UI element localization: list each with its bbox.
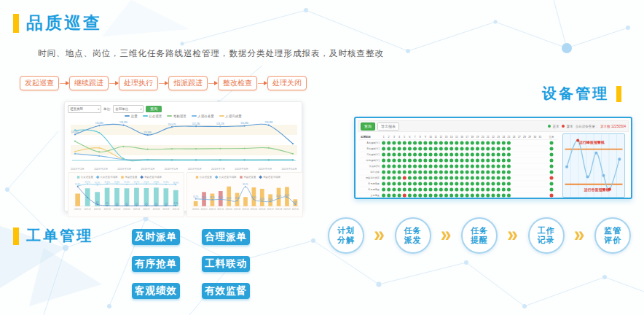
- dashboard-filter-bar: 巡查类型▾ 单位: 全部单位▾ 查询: [68, 104, 299, 113]
- svg-text:考勤巡查完成率: 考勤巡查完成率: [144, 175, 162, 179]
- quality-subtitle: 时间、地点、岗位，三维化任务路线巡检管理，数据分类处理形成报表，及时核查整改: [38, 48, 384, 59]
- svg-text:23: 23: [497, 136, 500, 139]
- svg-text:2019-04: 2019-04: [242, 208, 249, 211]
- workflow-step: 整改检查: [218, 76, 257, 90]
- device-toolbar: 查询 导出报表 正常 异常 当前设备告警： 异常数 12250504: [358, 120, 629, 132]
- device-alert-label: 当前设备告警：: [576, 125, 599, 128]
- x-tick-label: 2019年1月: [71, 167, 85, 171]
- svg-text:2.1%: 2.1%: [173, 202, 178, 205]
- monthly-bar-chart-right: 公众巡查量公众巡查完成率考勤巡查量考勤巡查完成率2018-102018-1120…: [186, 172, 303, 217]
- svg-text:158,280: 158,280: [119, 121, 127, 124]
- process-step-line2: 记录: [538, 236, 555, 245]
- svg-text:1: 1: [383, 136, 385, 139]
- svg-text:97.8%: 97.8%: [154, 181, 160, 184]
- svg-text:2019-05: 2019-05: [123, 208, 130, 211]
- svg-text:2019-01: 2019-01: [217, 208, 224, 211]
- svg-text:9: 9: [425, 136, 426, 139]
- x-tick-label: 2019年3月: [117, 167, 131, 171]
- legend-item: 人巡任务量: [192, 114, 214, 118]
- x-tick-label: 2019年7月: [211, 167, 225, 171]
- x-tick-label: 2019年4月: [141, 167, 155, 171]
- workorder-feature-button[interactable]: 合理派单: [202, 229, 250, 245]
- device-status-panel: 查询 导出报表 正常 异常 当前设备告警： 异常数 12250504 监测明细1…: [354, 117, 632, 199]
- svg-text:运行功率: 运行功率: [370, 171, 380, 174]
- svg-text:97.6%: 97.6%: [104, 181, 110, 184]
- process-flow: 计划分解»任务派发»任务提醒»工作记录»监管评价: [328, 217, 631, 254]
- x-tick-label: 2019年9月: [258, 167, 272, 171]
- svg-text:28.1%: 28.1%: [210, 196, 216, 199]
- svg-text:7: 7: [415, 136, 416, 139]
- svg-text:2019-06: 2019-06: [259, 208, 266, 211]
- svg-text:2019-03: 2019-03: [234, 208, 241, 211]
- trend-chart-xaxis: 2019年1月2019年2月2019年3月2019年4月2019年5月2019年…: [68, 167, 299, 171]
- monthly-bar-chart-left: 公众巡查量公众巡查完成率考勤巡查量考勤巡查完成率2018-122019-0120…: [68, 172, 184, 217]
- svg-text:2019-06: 2019-06: [133, 208, 141, 211]
- workorder-feature-button[interactable]: 及时派单: [132, 229, 180, 245]
- svg-text:28: 28: [523, 136, 526, 139]
- workorder-feature-button[interactable]: 有效监督: [202, 283, 250, 299]
- workflow-arrow: [208, 83, 217, 84]
- svg-text:2019-08: 2019-08: [153, 208, 160, 211]
- svg-text:考勤巡查量: 考勤巡查量: [125, 175, 138, 179]
- svg-text:2019-01: 2019-01: [84, 208, 91, 211]
- svg-text:2019-02: 2019-02: [94, 208, 101, 211]
- legend-marker: [167, 115, 172, 117]
- svg-text:30.2%: 30.2%: [193, 195, 199, 198]
- svg-text:2019-03: 2019-03: [103, 208, 111, 211]
- quality-title-accent-bar: [13, 14, 19, 33]
- patrol-trend-chart: 115,862155,880158,280113,880150,070152,2…: [68, 119, 300, 164]
- process-step-line1: 任务: [471, 226, 488, 236]
- process-step-line2: 评价: [604, 236, 621, 245]
- svg-text:公众巡查完成率: 公众巡查完成率: [219, 175, 237, 179]
- process-step-circle: 任务提醒: [461, 217, 498, 254]
- chevron-down-icon: ▾: [98, 107, 99, 111]
- svg-text:负载率(%): 负载率(%): [369, 165, 380, 168]
- svg-text:2019-07: 2019-07: [267, 208, 274, 211]
- svg-text:97.4%: 97.4%: [114, 181, 120, 184]
- unit-select[interactable]: 全部单位▾: [113, 105, 144, 113]
- svg-text:2019-07: 2019-07: [143, 208, 150, 211]
- svg-text:公众巡查完成率: 公众巡查完成率: [100, 175, 118, 179]
- device-title-accent-bar: [616, 86, 621, 102]
- query-button[interactable]: 查询: [146, 106, 162, 112]
- svg-text:考勤巡查完成率: 考勤巡查完成率: [263, 175, 281, 179]
- svg-text:97.2%: 97.2%: [124, 181, 130, 184]
- svg-text:11: 11: [434, 136, 437, 139]
- export-report-button[interactable]: 导出报表: [377, 122, 399, 131]
- workflow-step: 指派跟进: [168, 76, 208, 90]
- legend-marker: [125, 115, 130, 117]
- svg-text:设备运行状态: 设备运行状态: [366, 176, 380, 179]
- svg-text:15: 15: [455, 136, 458, 139]
- device-query-button[interactable]: 查询: [361, 122, 375, 131]
- workorder-feature-button[interactable]: 有序抢单: [132, 256, 180, 272]
- workorder-feature-button[interactable]: 客观绩效: [132, 283, 180, 299]
- legend-normal-label: 正常: [553, 125, 559, 128]
- svg-text:91.8%: 91.8%: [75, 183, 81, 186]
- patrol-type-select[interactable]: 巡查类型▾: [68, 105, 101, 113]
- svg-text:40.1%: 40.1%: [284, 194, 290, 197]
- legend-abnormal-label: 异常: [567, 125, 573, 128]
- x-tick-label: 2019年6月: [188, 167, 202, 171]
- svg-text:115,862: 115,862: [71, 131, 79, 133]
- svg-text:25: 25: [508, 136, 511, 139]
- valley-alarm-line-label: 运行谷值报警线: [584, 187, 610, 192]
- svg-text:8.3%: 8.3%: [293, 201, 298, 204]
- svg-text:8: 8: [420, 136, 421, 139]
- svg-text:2019-04: 2019-04: [114, 208, 121, 211]
- double-chevron-icon: »: [574, 223, 584, 249]
- double-chevron-icon: »: [508, 223, 518, 249]
- svg-text:2019-05: 2019-05: [251, 208, 258, 211]
- x-tick-label: 2019年2月: [94, 167, 108, 171]
- svg-text:97.7%: 97.7%: [85, 181, 91, 184]
- workorder-section-title: 工单管理: [26, 226, 93, 246]
- svg-text:环境温度(℃): 环境温度(℃): [366, 159, 380, 162]
- workflow-step: 发起巡查: [20, 76, 59, 90]
- svg-text:公众巡查量: 公众巡查量: [200, 175, 213, 179]
- svg-text:20.6%: 20.6%: [268, 198, 274, 201]
- svg-text:30.5%: 30.5%: [218, 196, 224, 199]
- workorder-feature-button[interactable]: 工料联动: [202, 256, 250, 272]
- svg-text:113,880: 113,880: [144, 131, 152, 134]
- svg-text:31: 31: [539, 136, 542, 139]
- x-tick-label: 2019年10月: [282, 167, 297, 171]
- svg-text:10: 10: [429, 136, 432, 139]
